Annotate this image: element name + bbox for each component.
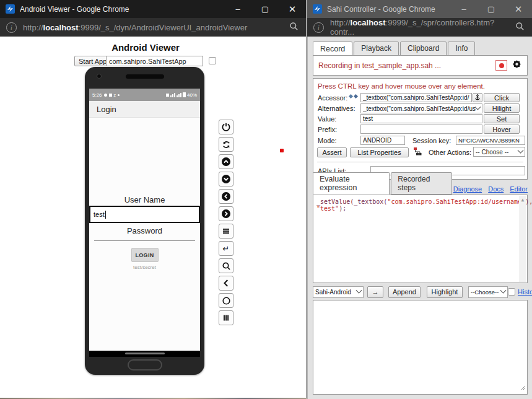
evaluate-controls: Sahi-Android → Append Highlight --Choose… [313, 285, 528, 299]
tab-record[interactable]: Record [313, 42, 352, 56]
password-input[interactable] [94, 240, 195, 241]
tab-playback[interactable]: Playback [354, 42, 399, 56]
hilight-button[interactable]: Hilight [484, 103, 520, 113]
diagnose-link[interactable]: Diagnose [453, 185, 482, 193]
username-value: test [94, 211, 105, 218]
evaluate-send-button[interactable]: → [367, 286, 383, 298]
left-url[interactable]: http://localhost:9999/_s_/dyn/AndroidVie… [23, 23, 247, 32]
value-input[interactable] [360, 114, 482, 123]
close-button[interactable]: ✕ [279, 0, 306, 18]
gear-icon[interactable] [512, 59, 522, 72]
z-icon: z [114, 93, 116, 97]
other-actions-label: Other Actions: [429, 149, 471, 156]
username-input[interactable]: test [89, 206, 200, 223]
click-button[interactable]: Click [484, 93, 520, 102]
page-info-icon[interactable]: i [313, 22, 324, 33]
mode-select[interactable]: Sahi-Android [313, 286, 364, 298]
mode-select-value: Sahi-Android [315, 289, 351, 296]
anchor-button[interactable] [473, 93, 482, 102]
hover-button[interactable]: Hover [484, 125, 520, 134]
choose-select-value: --Choose-- [471, 289, 499, 296]
expression-editor[interactable]: _setValue(_textbox("com.sahipro.SahiTest… [313, 195, 528, 283]
maximize-button[interactable]: ▢ [477, 0, 505, 18]
power-button[interactable] [219, 120, 233, 134]
list-properties-button[interactable]: List Properties [350, 147, 409, 157]
resize-handle-icon[interactable] [520, 382, 526, 393]
value-label: Value: [318, 115, 336, 123]
device-controls: ↵ [219, 120, 233, 325]
results-textarea[interactable] [313, 300, 528, 395]
accessor-form: Press CTRL key and hover mouse over any … [313, 78, 528, 180]
code-string-2: "test" [316, 205, 339, 212]
menu-button[interactable] [219, 224, 233, 239]
append-button[interactable]: Append [388, 286, 421, 298]
alternatives-select[interactable]: _textbox("com.sahipro.SahiTestApp:id/use… [360, 103, 482, 113]
sahi-logo-icon [313, 4, 322, 14]
home-button[interactable] [128, 359, 162, 370]
package-input[interactable] [106, 56, 203, 66]
page-info-icon[interactable]: i [6, 22, 17, 33]
phone-statusbar: 5:26 z 40% [89, 89, 200, 101]
anchor-pair-icon[interactable] [348, 94, 358, 102]
mode-input[interactable] [360, 136, 405, 145]
set-button[interactable]: Set [484, 114, 520, 123]
tab-recorded-steps[interactable]: Recorded steps [391, 172, 451, 195]
viewer-checkbox[interactable] [209, 57, 216, 64]
code-end: ); [339, 205, 346, 212]
enter-button[interactable]: ↵ [219, 241, 233, 256]
recents-button[interactable] [219, 310, 233, 325]
tab-evaluate-expression[interactable]: Evaluate expression [313, 172, 390, 195]
url-rest: :9999/_s_/dyn/AndroidViewerUI_androidVie… [79, 23, 248, 32]
scrollbar[interactable]: ▲ [519, 196, 526, 282]
camera-icon [97, 74, 102, 79]
search-button[interactable] [219, 258, 233, 273]
close-button[interactable]: ✕ [505, 0, 532, 18]
page-title: Android Viewer [0, 42, 291, 53]
prefix-input[interactable] [360, 125, 482, 134]
right-url[interactable]: http://localhost:9999/_s_/spr/controller… [330, 18, 515, 37]
session-key-input[interactable] [456, 136, 525, 145]
choose-select[interactable]: --Choose-- [468, 286, 508, 298]
minimize-button[interactable]: – [224, 0, 251, 18]
tab-clipboard[interactable]: Clipboard [400, 42, 447, 56]
evaluate-tabs: Evaluate expression Recorded steps Diagn… [313, 182, 528, 195]
chevron-down-icon [356, 287, 362, 293]
dpad-down-button[interactable] [219, 172, 233, 186]
prefix-label: Prefix: [318, 126, 337, 133]
refresh-button[interactable] [219, 137, 233, 152]
dpad-right-button[interactable] [219, 206, 233, 221]
history-link[interactable]: History [518, 288, 532, 296]
url-prefix: http:// [330, 18, 351, 27]
password-label: Password [89, 226, 200, 235]
editor-link[interactable]: Editor [510, 185, 528, 193]
maximize-button[interactable]: ▢ [251, 0, 279, 18]
small-dot-icon [118, 94, 120, 96]
minimize-button[interactable]: – [450, 0, 477, 18]
search-icon[interactable] [515, 22, 525, 33]
controller-tabs: Record Playback Clipboard Info [313, 42, 476, 56]
assert-button[interactable]: Assert [317, 147, 347, 157]
divider [317, 162, 523, 162]
other-actions-select[interactable]: -- Choose -- [473, 147, 525, 157]
right-titlebar[interactable]: Sahi Controller - Google Chrome – ▢ ✕ [307, 0, 532, 18]
home-circle-button[interactable] [219, 293, 233, 308]
code-string-1: "com.sahipro.SahiTestApp:id/username" [387, 198, 525, 205]
dpad-up-button[interactable] [219, 154, 233, 169]
left-titlebar[interactable]: Android Viewer - Google Chrome – ▢ ✕ [0, 0, 306, 18]
history-checkbox[interactable] [508, 288, 515, 296]
highlight-button[interactable]: Highlight [427, 286, 463, 298]
right-urlbar[interactable]: i http://localhost:9999/_s_/spr/controll… [307, 18, 532, 37]
record-toggle-button[interactable] [495, 60, 507, 71]
dpad-left-button[interactable] [219, 189, 233, 204]
accessor-input[interactable] [360, 93, 472, 102]
search-icon[interactable] [289, 22, 299, 33]
back-button[interactable] [219, 276, 233, 291]
url-prefix: http:// [23, 23, 43, 32]
alarm-icon [166, 94, 169, 97]
docs-link[interactable]: Docs [488, 185, 504, 193]
sitemap-icon[interactable] [413, 147, 422, 157]
tab-info[interactable]: Info [448, 42, 475, 56]
left-urlbar[interactable]: i http://localhost:9999/_s_/dyn/AndroidV… [0, 18, 306, 37]
record-dot-icon [499, 63, 504, 68]
login-button[interactable]: LOGIN [131, 248, 159, 262]
